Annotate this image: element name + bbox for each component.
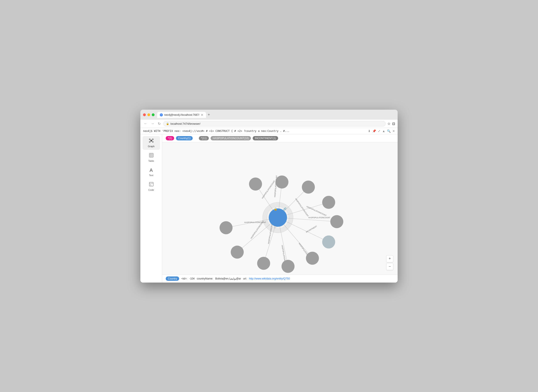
minimize-button[interactable] (147, 113, 150, 116)
url-text: localhost:7474/browser/ (171, 122, 200, 125)
graph-icon (149, 138, 154, 144)
forward-button[interactable]: → (150, 121, 155, 126)
reload-button[interactable]: ↻ (157, 121, 162, 126)
legend-bar: *(1) Country(1) *(11) HASPOPULATIONCOUNT… (162, 134, 398, 142)
sidebar: Graph Table A Text (140, 134, 162, 283)
svg-text:🔗: 🔗 (283, 207, 287, 211)
svg-point-3 (149, 141, 150, 142)
node-n3[interactable] (302, 181, 315, 194)
back-button[interactable]: ← (143, 121, 148, 126)
sidebar-item-code[interactable]: Code (143, 180, 160, 193)
status-countryname-value: Bolivia@en,بوليفيا@ar (215, 277, 241, 280)
node-n11[interactable] (219, 221, 233, 234)
maximize-button[interactable] (152, 113, 155, 116)
legend-tag-haspop[interactable]: HASPOPULATIONCOUNT(10) (211, 136, 251, 140)
node-n4[interactable] (322, 196, 335, 209)
legend-tag-incontinent[interactable]: INCONTINENT(1) (253, 136, 278, 140)
status-uri-link[interactable]: http://www.wikidata.org/entity/Q750 (249, 277, 290, 280)
node-n10[interactable] (231, 246, 244, 259)
new-tab-button[interactable]: + (206, 112, 212, 117)
table-icon (149, 153, 154, 159)
legend-tag-star11[interactable]: *(11) (199, 136, 209, 140)
svg-text:🔒: 🔒 (274, 207, 278, 211)
svg-text:INCONTINENT: INCONTINENT (305, 225, 317, 233)
browser-window: N neo4j@neo4j://localhost:7687/ ✕ + ← → … (140, 110, 398, 283)
status-bar: Country <id>: -104 countryName: Bolivia@… (162, 275, 398, 283)
status-id-value: -104 (190, 277, 195, 280)
node-n2[interactable] (275, 175, 288, 188)
traffic-lights (143, 113, 155, 116)
node-n7[interactable] (306, 252, 319, 265)
text-label: Text (149, 174, 153, 177)
svg-text:HASPOPULATIONCOUNT: HASPOPULATIONCOUNT (306, 205, 327, 216)
close-icon[interactable]: ✕ (392, 129, 395, 133)
svg-point-2 (152, 139, 153, 140)
bookmark-icon[interactable]: ☆ (387, 122, 390, 126)
text-icon: A (149, 168, 153, 173)
node-n5[interactable] (330, 215, 343, 228)
svg-rect-14 (149, 182, 153, 186)
tabs-row: N neo4j@neo4j://localhost:7687/ ✕ + (157, 112, 395, 118)
close-button[interactable] (143, 113, 146, 116)
svg-text:⬡: ⬡ (274, 225, 276, 228)
address-icons: ☆ ⊡ (387, 122, 395, 126)
search-icon[interactable]: 🔍 (387, 129, 391, 133)
pin-icon[interactable]: 📌 (372, 129, 376, 133)
center-node[interactable] (269, 208, 287, 227)
collapse-up-icon[interactable]: ▲ (382, 129, 385, 133)
svg-text:HASPOPULATIONCOUNT: HASPOPULATIONCOUNT (308, 216, 330, 219)
status-id-label: <id>: (181, 277, 187, 280)
graph-container[interactable]: HASPOPULATIONCOUNT HASPOPULATIONCOUNT HA… (162, 142, 398, 275)
address-bar: ← → ↻ 🔒 localhost:7474/browser/ ☆ ⊡ (140, 120, 398, 128)
svg-rect-9 (149, 153, 153, 157)
status-uri-label: uri: (243, 277, 247, 280)
download-icon[interactable]: ⬇ (368, 129, 371, 133)
legend-tag-star1[interactable]: *(1) (166, 136, 174, 140)
tab-close-icon[interactable]: ✕ (201, 113, 203, 117)
sidebar-item-graph[interactable]: Graph (143, 136, 160, 150)
svg-point-4 (152, 141, 153, 142)
browser-tab[interactable]: N neo4j@neo4j://localhost:7687/ ✕ (157, 112, 206, 118)
code-label: Code (148, 189, 154, 191)
svg-text:HASPOPULATIONCOUNT: HASPOPULATIONCOUNT (261, 180, 276, 199)
svg-point-1 (149, 139, 150, 140)
code-icon (149, 182, 154, 188)
svg-text:HASPOPULATIONCOUNT: HASPOPULATIONCOUNT (244, 221, 266, 224)
query-icons: ⬇ 📌 ⤢ ▲ 🔍 ✕ (368, 129, 395, 133)
status-countryname-label: countryName: (197, 277, 213, 280)
node-n6[interactable] (322, 235, 335, 248)
sidebar-item-table[interactable]: Table (143, 151, 160, 164)
node-n9[interactable] (257, 257, 270, 270)
zoom-in-button[interactable]: + (386, 255, 393, 262)
zoom-out-button[interactable]: − (386, 263, 393, 270)
zoom-controls: + − (386, 255, 393, 270)
query-text: neo4j$ WITH 'PREFIX neo: <neo4j://voc#> … (143, 130, 366, 133)
query-bar: neo4j$ WITH 'PREFIX neo: <neo4j://voc#> … (140, 128, 398, 134)
title-bar: N neo4j@neo4j://localhost:7687/ ✕ + (140, 110, 398, 120)
legend-tag-country[interactable]: Country(1) (176, 136, 193, 140)
node-n1[interactable] (249, 177, 262, 191)
table-label: Table (148, 160, 154, 162)
graph-svg: HASPOPULATIONCOUNT HASPOPULATIONCOUNT HA… (162, 142, 398, 275)
tab-title: neo4j@neo4j://localhost:7687/ (164, 113, 199, 117)
sidebar-item-text[interactable]: A Text (143, 165, 160, 179)
extension-icon[interactable]: ⊡ (392, 122, 395, 126)
lock-icon: 🔒 (166, 122, 169, 125)
tab-favicon: N (160, 113, 163, 117)
url-box[interactable]: 🔒 localhost:7474/browser/ (163, 121, 386, 126)
main-layout: Graph Table A Text (140, 134, 398, 283)
content-area: *(1) Country(1) *(11) HASPOPULATIONCOUNT… (162, 134, 398, 283)
node-n8[interactable] (281, 260, 295, 273)
status-country-tag[interactable]: Country (166, 276, 179, 281)
graph-label: Graph (148, 145, 155, 148)
expand-icon[interactable]: ⤢ (378, 129, 380, 133)
